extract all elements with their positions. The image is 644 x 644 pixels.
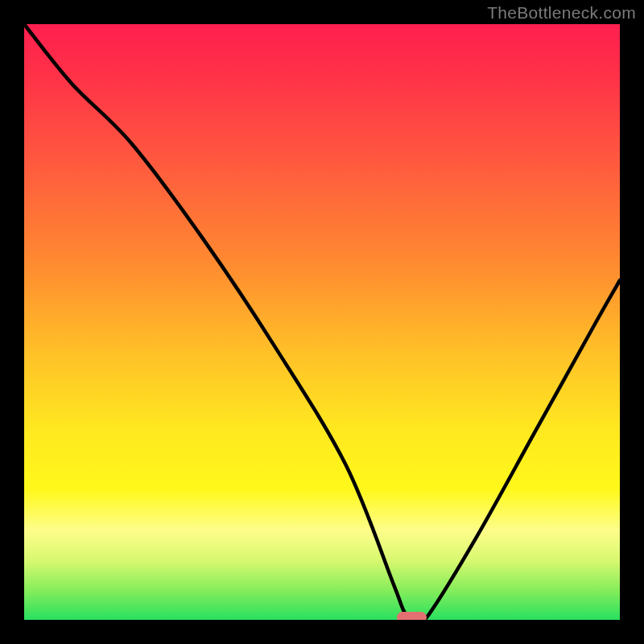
watermark-text: TheBottleneck.com	[487, 3, 636, 23]
plot-area	[24, 24, 620, 620]
optimal-marker	[397, 612, 427, 620]
chart-frame: TheBottleneck.com	[0, 0, 644, 644]
bottleneck-curve	[24, 24, 620, 620]
